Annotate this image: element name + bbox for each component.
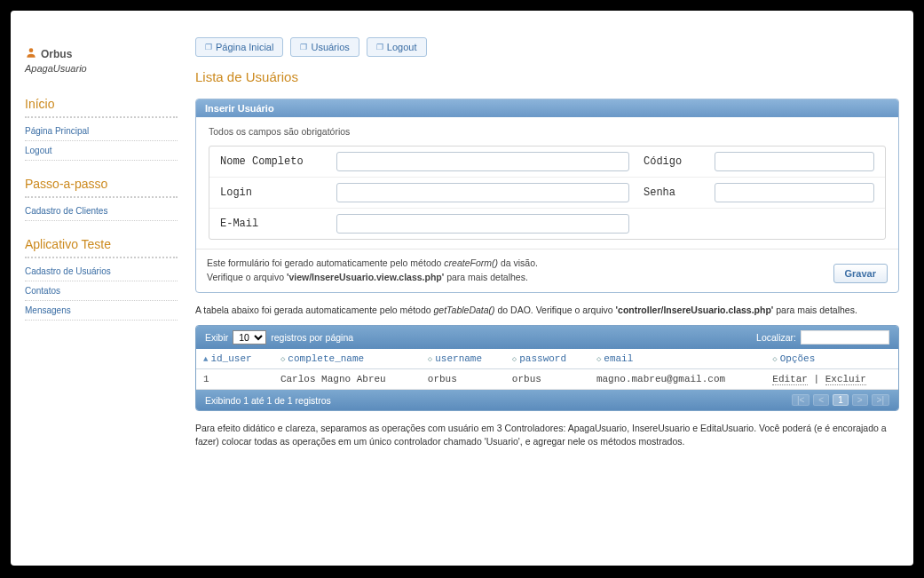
bottom-paragraph: Para efeito didático e clareza, separamo… [195, 422, 899, 447]
nav-link-contatos[interactable]: Contatos [25, 281, 178, 301]
cell-name: Carlos Magno Abreu [273, 369, 421, 390]
cell-id: 1 [196, 369, 273, 390]
pager-prev[interactable]: < [813, 394, 829, 406]
topbar-logout-button[interactable]: ❐ Logout [367, 37, 427, 57]
table-row: 1 Carlos Magno Abreu orbus orbus magno.m… [196, 369, 898, 390]
external-icon: ❐ [300, 43, 307, 51]
label-email: E-Mail [209, 209, 329, 239]
cell-password: orbus [505, 369, 589, 390]
label-login: Login [209, 178, 329, 208]
brand: Orbus [25, 46, 178, 61]
external-icon: ❐ [376, 43, 383, 51]
nav-heading: Início [25, 91, 178, 118]
pager-page[interactable]: 1 [833, 394, 849, 406]
brand-subtitle: ApagaUsuario [25, 63, 178, 74]
per-page-select[interactable]: 10 [233, 330, 266, 344]
nav-link-cadastro-usuarios[interactable]: Cadastro de Usuários [25, 262, 178, 281]
nav-link-pagina-principal[interactable]: Página Principal [25, 122, 178, 141]
save-button[interactable]: Gravar [833, 264, 888, 283]
cell-email: magno.mabreu@gmail.com [589, 369, 765, 390]
table-info-paragraph: A tabela abaixo foi gerada automaticamen… [195, 304, 899, 317]
search-input[interactable] [801, 330, 889, 344]
nav-heading: Passo-a-passo [25, 171, 178, 198]
nav-link-cadastro-clientes[interactable]: Cadastro de Clientes [25, 202, 178, 221]
col-options: ◇Opções [765, 349, 898, 369]
sidebar: Orbus ApagaUsuario Início Página Princip… [25, 20, 178, 530]
col-email[interactable]: ◇email [589, 349, 765, 369]
table-info: Exibindo 1 até 1 de 1 registros [205, 395, 331, 406]
topbar-label: Usuários [311, 42, 349, 52]
datatable: Exibir 10 registros por página Localizar… [195, 325, 899, 411]
search-label: Localizar: [756, 332, 796, 343]
brand-name: Orbus [41, 48, 72, 60]
col-complete-name[interactable]: ◇complete_name [273, 349, 421, 369]
label-codigo: Código [636, 146, 707, 177]
pager-next[interactable]: > [852, 394, 868, 406]
pager-last[interactable]: >| [872, 394, 889, 406]
panel-footer-text: Este formulário foi gerado automaticamen… [207, 257, 538, 285]
required-note: Todos os campos são obrigatórios [209, 126, 886, 137]
col-password[interactable]: ◇password [505, 349, 589, 369]
nav-link-mensagens[interactable]: Mensagens [25, 301, 178, 321]
user-icon [25, 46, 37, 61]
col-username[interactable]: ◇username [421, 349, 505, 369]
pager: |< < 1 > >| [792, 394, 889, 406]
external-icon: ❐ [205, 43, 212, 51]
sort-icon: ◇ [512, 355, 517, 364]
page-title: Lista de Usuários [195, 69, 899, 84]
sort-asc-icon: ▲ [203, 355, 208, 364]
sort-icon: ◇ [772, 355, 777, 364]
show-label: Exibir [205, 332, 228, 343]
cell-options: Editar | Excluir [765, 369, 898, 390]
nav-section-inicio: Início Página Principal Logout [25, 91, 178, 161]
topbar: ❐ Página Inicial ❐ Usuários ❐ Logout [195, 37, 899, 57]
topbar-label: Logout [387, 42, 417, 52]
nav-heading: Aplicativo Teste [25, 232, 178, 258]
col-id-user[interactable]: ▲id_user [196, 349, 273, 369]
pager-first[interactable]: |< [792, 394, 809, 406]
input-login[interactable] [336, 183, 629, 202]
sort-icon: ◇ [428, 355, 432, 364]
sort-icon: ◇ [596, 355, 601, 364]
delete-link[interactable]: Excluir [825, 374, 866, 385]
input-email[interactable] [336, 214, 629, 234]
label-senha: Senha [636, 178, 707, 208]
label-nome: Nome Completo [209, 146, 329, 177]
panel-header: Inserir Usuário [196, 99, 898, 117]
main-content: ❐ Página Inicial ❐ Usuários ❐ Logout Lis… [195, 20, 899, 530]
nav-section-passo: Passo-a-passo Cadastro de Clientes [25, 171, 178, 221]
svg-point-0 [29, 48, 34, 52]
cell-username: orbus [421, 369, 505, 390]
input-senha[interactable] [715, 183, 874, 202]
topbar-label: Página Inicial [216, 42, 273, 52]
table-header-row: ▲id_user ◇complete_name ◇username ◇passw… [196, 349, 898, 369]
edit-link[interactable]: Editar [772, 374, 808, 385]
input-nome-completo[interactable] [336, 152, 629, 171]
input-codigo[interactable] [715, 152, 874, 171]
nav-section-aplicativo: Aplicativo Teste Cadastro de Usuários Co… [25, 232, 178, 321]
per-page-label: registros por página [271, 332, 353, 343]
topbar-home-button[interactable]: ❐ Página Inicial [195, 37, 283, 57]
nav-link-logout[interactable]: Logout [25, 141, 178, 161]
insert-user-panel: Inserir Usuário Todos os campos são obri… [195, 99, 899, 293]
topbar-usuarios-button[interactable]: ❐ Usuários [290, 37, 359, 57]
sort-icon: ◇ [280, 355, 285, 364]
